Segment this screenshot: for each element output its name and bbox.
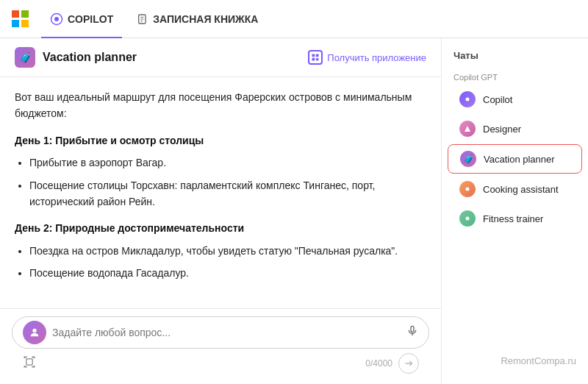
svg-point-9	[316, 58, 319, 61]
scan-icon[interactable]	[22, 355, 37, 373]
sidebar-item-cooking[interactable]: Cooking assistant	[448, 175, 582, 203]
watermark: RemontCompa.ru	[442, 349, 588, 372]
chat-title: Vacation planner	[43, 51, 137, 64]
get-app-label: Получить приложение	[327, 52, 426, 63]
svg-rect-13	[26, 358, 32, 364]
tab-notebook-label: ЗАПИСНАЯ КНИЖКА	[153, 13, 258, 25]
copilot-gpt-label: Copilot GPT	[442, 67, 588, 85]
send-button[interactable]	[398, 353, 419, 374]
sidebar-item-fitness[interactable]: Fitness trainer	[448, 205, 582, 232]
input-area: 0/4000	[0, 308, 441, 384]
chat-content: 🧳 Vacation planner Получить приложение	[0, 38, 441, 384]
list-item: Посещение столицы Торсхавн: парламентски…	[29, 177, 426, 210]
char-count-text: 0/4000	[365, 358, 392, 369]
message-body: Вот ваш идеальный маршрут для посещения …	[15, 89, 426, 282]
top-nav: COPILOT ЗАПИСНАЯ КНИЖКА	[0, 0, 588, 38]
main-area: 🧳 Vacation planner Получить приложение	[0, 38, 588, 384]
sidebar-fitness-label: Fitness trainer	[483, 213, 543, 224]
sidebar-designer-label: Designer	[483, 124, 521, 135]
list-item: Посещение водопада Гасадалур.	[29, 265, 426, 281]
char-count-area: 0/4000	[365, 353, 419, 374]
tab-copilot[interactable]: COPILOT	[41, 0, 122, 38]
intro-text: Вот ваш идеальный маршрут для посещения …	[15, 89, 426, 122]
svg-rect-11	[411, 326, 414, 332]
input-footer: 0/4000	[12, 349, 429, 374]
right-sidebar: Чаты Copilot GPT Copilot Designer 🧳 Vaca…	[441, 38, 588, 384]
get-app-icon	[308, 50, 323, 65]
svg-rect-6	[312, 54, 315, 57]
designer-icon	[459, 121, 476, 137]
svg-rect-8	[312, 58, 315, 61]
vacation-icon: 🧳	[460, 151, 476, 167]
chat-input[interactable]	[52, 327, 401, 338]
get-app-button[interactable]: Получить приложение	[308, 50, 426, 65]
svg-point-16	[466, 188, 470, 191]
microphone-icon[interactable]	[406, 325, 418, 340]
day2-title: День 2: Природные достопримечательности	[15, 220, 426, 236]
cooking-icon	[459, 181, 476, 197]
svg-rect-7	[316, 54, 319, 57]
chats-label: Чаты	[442, 50, 588, 67]
copilot-nav-icon	[50, 13, 63, 26]
day1-title: День 1: Прибытие и осмотр столицы	[15, 132, 426, 149]
svg-point-10	[32, 329, 36, 333]
copilot-icon	[459, 91, 476, 107]
list-item: Поездка на остров Микладалур, чтобы увид…	[29, 243, 426, 259]
notebook-nav-icon	[137, 13, 148, 25]
sidebar-item-designer[interactable]: Designer	[448, 115, 582, 143]
sidebar-item-copilot[interactable]: Copilot	[448, 85, 582, 113]
sidebar-item-vacation[interactable]: 🧳 Vacation planner	[448, 144, 582, 174]
list-item: Прибытие в аэропорт Вагар.	[29, 154, 426, 171]
input-avatar	[23, 321, 46, 344]
day2-list: Поездка на остров Микладалур, чтобы увид…	[15, 243, 426, 282]
tab-notebook[interactable]: ЗАПИСНАЯ КНИЖКА	[128, 0, 267, 38]
fitness-icon	[459, 210, 476, 227]
vacation-header-icon: 🧳	[15, 47, 35, 68]
tab-copilot-label: COPILOT	[68, 13, 113, 25]
svg-point-17	[466, 217, 470, 221]
sidebar-copilot-label: Copilot	[483, 94, 512, 105]
ms-logo	[12, 10, 29, 28]
sidebar-vacation-label: Vacation planner	[484, 154, 555, 165]
svg-marker-15	[465, 126, 470, 132]
svg-point-14	[466, 98, 470, 102]
chat-header-left: 🧳 Vacation planner	[15, 47, 137, 68]
input-wrapper	[12, 316, 429, 349]
svg-point-1	[54, 17, 59, 21]
messages-area: Вот ваш идеальный маршрут для посещения …	[0, 77, 441, 308]
sidebar-cooking-label: Cooking assistant	[483, 184, 559, 195]
chat-header: 🧳 Vacation planner Получить приложение	[0, 38, 441, 77]
day1-list: Прибытие в аэропорт Вагар. Посещение сто…	[15, 154, 426, 210]
